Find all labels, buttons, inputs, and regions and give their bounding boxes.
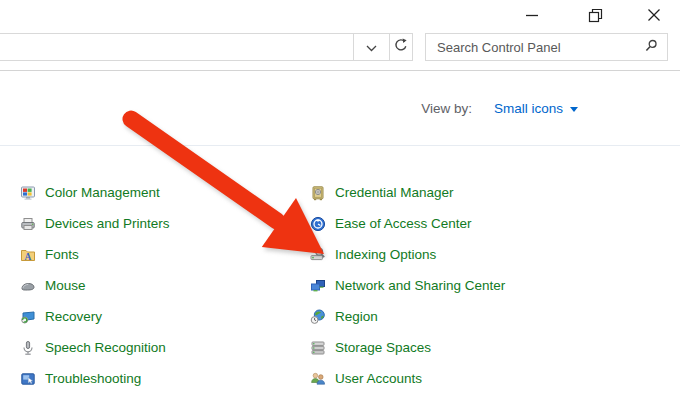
item-network-sharing-center[interactable]: Network and Sharing Center (310, 270, 505, 301)
network-sharing-icon (310, 278, 326, 294)
item-ease-of-access[interactable]: Ease of Access Center (310, 208, 505, 239)
item-label: Indexing Options (335, 247, 436, 262)
address-bar[interactable] (0, 33, 413, 61)
search-button[interactable] (635, 38, 667, 56)
svg-text:A: A (25, 251, 32, 261)
item-label: User Accounts (335, 371, 422, 386)
close-button[interactable] (629, 0, 679, 30)
item-color-management[interactable]: Color Management (20, 177, 170, 208)
view-by-dropdown[interactable]: Small icons (494, 101, 578, 116)
credential-manager-icon (310, 185, 326, 201)
item-label: Fonts (45, 247, 79, 262)
item-recovery[interactable]: Recovery (20, 301, 170, 332)
item-label: Recovery (45, 309, 102, 324)
item-label: Network and Sharing Center (335, 278, 505, 293)
item-devices-and-printers[interactable]: Devices and Printers (20, 208, 170, 239)
item-indexing-options[interactable]: Indexing Options (310, 239, 505, 270)
chevron-down-icon (366, 38, 377, 56)
item-label: Color Management (45, 185, 160, 200)
view-by-control: View by: Small icons (421, 101, 578, 116)
content-divider (0, 145, 680, 146)
search-icon (645, 38, 658, 56)
search-box[interactable] (425, 33, 668, 61)
item-label: Storage Spaces (335, 340, 431, 355)
close-icon (647, 8, 661, 22)
caret-down-icon (570, 107, 578, 112)
item-label: Troubleshooting (45, 371, 141, 386)
address-dropdown-button[interactable] (353, 34, 389, 60)
item-storage-spaces[interactable]: Storage Spaces (310, 332, 505, 363)
item-speech-recognition[interactable]: Speech Recognition (20, 332, 170, 363)
view-by-value: Small icons (494, 101, 563, 116)
item-label: Mouse (45, 278, 86, 293)
speech-recognition-icon (20, 340, 36, 356)
item-label: Ease of Access Center (335, 216, 472, 231)
color-management-icon (20, 185, 36, 201)
minimize-button[interactable] (509, 0, 555, 30)
items-column-right: Credential Manager Ease of Access Center (310, 177, 505, 394)
region-icon (310, 309, 326, 325)
item-region[interactable]: Region (310, 301, 505, 332)
refresh-icon (394, 38, 408, 56)
item-user-accounts[interactable]: User Accounts (310, 363, 505, 394)
restore-button[interactable] (572, 0, 618, 30)
devices-and-printers-icon (20, 216, 36, 232)
items-column-left: Color Management Devices and Printers A (20, 177, 170, 394)
search-input[interactable] (426, 40, 635, 55)
ease-of-access-icon (310, 216, 326, 232)
item-fonts[interactable]: A Fonts (20, 239, 170, 270)
refresh-button[interactable] (389, 34, 412, 60)
troubleshooting-icon (20, 371, 36, 387)
view-by-label: View by: (421, 101, 472, 116)
mouse-icon (20, 278, 36, 294)
item-label: Speech Recognition (45, 340, 166, 355)
user-accounts-icon (310, 371, 326, 387)
fonts-icon: A (20, 247, 36, 263)
restore-icon (588, 8, 603, 23)
indexing-options-icon (310, 247, 326, 263)
titlebar (0, 0, 680, 30)
item-label: Devices and Printers (45, 216, 170, 231)
recovery-icon (20, 309, 36, 325)
control-panel-window: View by: Small icons Color Management (0, 0, 680, 415)
item-mouse[interactable]: Mouse (20, 270, 170, 301)
item-credential-manager[interactable]: Credential Manager (310, 177, 505, 208)
item-label: Region (335, 309, 378, 324)
item-label: Credential Manager (335, 185, 454, 200)
minimize-icon (525, 8, 539, 22)
toolbar-divider (0, 70, 680, 71)
storage-spaces-icon (310, 340, 326, 356)
address-bar-text-area[interactable] (0, 34, 353, 60)
item-troubleshooting[interactable]: Troubleshooting (20, 363, 170, 394)
